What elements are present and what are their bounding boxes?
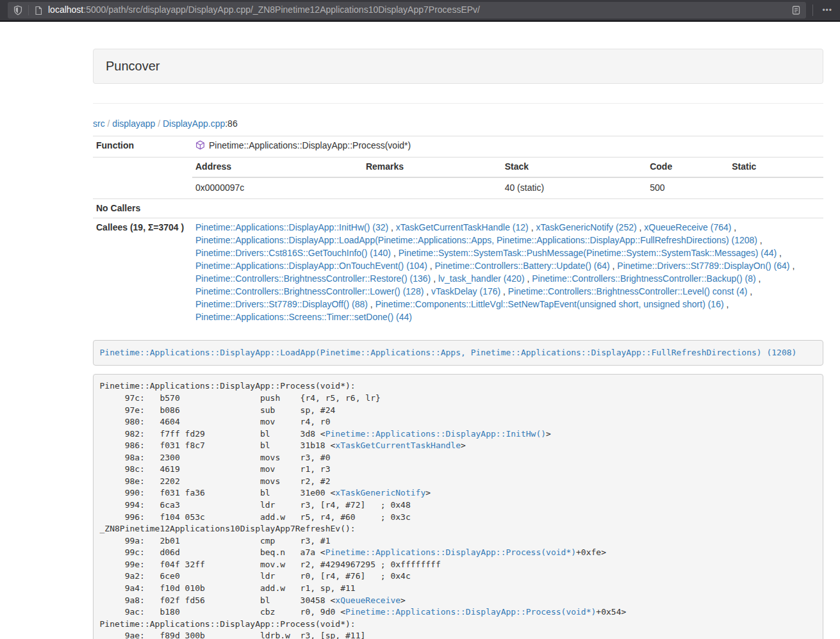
reader-mode-icon[interactable] <box>791 5 801 15</box>
function-row-label: Function <box>93 136 192 157</box>
callee-separator: , <box>525 273 532 284</box>
callee-link[interactable]: Pinetime::System::SystemTask::PushMessag… <box>399 248 777 258</box>
callee-link[interactable]: vTaskDelay (176) <box>431 286 500 296</box>
breadcrumb: src / displayapp / DisplayApp.cpp:86 <box>93 118 823 131</box>
callee-link[interactable]: Pinetime::Controllers::BrightnessControl… <box>195 286 424 296</box>
stats-col-stack: Stack <box>502 158 647 177</box>
disassembly-symbol-link[interactable]: Pinetime::Applications::DisplayApp::Init… <box>325 429 546 439</box>
callee-separator: , <box>790 261 795 271</box>
stats-value-row: 0x0000097c40 (static)500 <box>192 177 823 198</box>
page-identity-icon[interactable] <box>34 6 43 15</box>
stats-col-address: Address <box>192 158 363 177</box>
callee-link[interactable]: Pinetime::Applications::DisplayApp::Init… <box>195 222 388 232</box>
stats-value-stack: 40 (static) <box>502 177 647 198</box>
overflow-menu-button[interactable]: ••• <box>819 5 835 15</box>
breadcrumb-separator: / <box>105 118 113 129</box>
callees-list: Pinetime::Applications::DisplayApp::Init… <box>192 218 823 327</box>
callee-separator: , <box>391 248 399 258</box>
url-path: :5000/path/src/displayapp/DisplayApp.cpp… <box>83 4 480 15</box>
callee-link[interactable]: Pinetime::Drivers::St7789::DisplayOn() (… <box>617 261 789 271</box>
callee-link[interactable]: Pinetime::Components::LittleVgl::SetNewT… <box>375 299 724 309</box>
function-stats-row: AddressRemarksStackCodeStatic 0x0000097c… <box>93 157 823 198</box>
function-row: Function Pinetime::Applications::Display… <box>93 136 823 157</box>
callee-separator: , <box>777 248 782 258</box>
stats-value-static <box>729 177 823 198</box>
stats-value-code: 500 <box>646 177 729 198</box>
callee-link[interactable]: Pinetime::Controllers::BrightnessControl… <box>508 286 747 296</box>
callees-row: Callees (19, Σ=3704 ) Pinetime::Applicat… <box>93 218 823 327</box>
callee-link[interactable]: Pinetime::Controllers::Battery::Update()… <box>435 261 610 271</box>
callee-link[interactable]: Pinetime::Drivers::Cst816S::GetTouchInfo… <box>195 248 391 258</box>
stats-col-static: Static <box>729 158 823 177</box>
stats-value-address: 0x0000097c <box>192 177 363 198</box>
breadcrumb-link-src[interactable]: src <box>93 118 105 129</box>
disassembly-symbol-link[interactable]: xQueueReceive <box>335 595 400 605</box>
disassembly-symbol-link[interactable]: xTaskGenericNotify <box>335 488 425 497</box>
callee-separator: , <box>756 273 761 284</box>
callee-separator: , <box>388 222 396 232</box>
function-table: Function Pinetime::Applications::Display… <box>93 136 823 328</box>
callee-link[interactable]: xTaskGenericNotify (252) <box>536 222 636 232</box>
callee-separator: , <box>424 286 431 296</box>
url-text[interactable]: localhost:5000/path/src/displayapp/Displ… <box>48 4 791 17</box>
callee-separator: , <box>731 222 736 232</box>
callee-link[interactable]: xTaskGetCurrentTaskHandle (12) <box>396 222 529 232</box>
callee-link[interactable]: Pinetime::Controllers::BrightnessControl… <box>532 273 755 284</box>
breadcrumb-link-displayapp.cpp[interactable]: DisplayApp.cpp <box>163 118 225 129</box>
callee-link[interactable]: Pinetime::Controllers::BrightnessControl… <box>195 273 431 284</box>
highlighted-symbol-panel: Pinetime::Applications::DisplayApp::Load… <box>93 340 823 366</box>
callee-separator: , <box>610 261 618 271</box>
stats-header-row: AddressRemarksStackCodeStatic <box>192 158 823 177</box>
function-stats-table: AddressRemarksStackCodeStatic 0x0000097c… <box>192 158 823 198</box>
breadcrumb-separator: / <box>155 118 163 129</box>
disassembly-symbol-link[interactable]: Pinetime::Applications::DisplayApp::Proc… <box>325 547 576 557</box>
callee-separator: , <box>431 273 438 284</box>
callee-link[interactable]: Pinetime::Applications::DisplayApp::Load… <box>195 235 757 245</box>
callee-separator: , <box>529 222 536 232</box>
breadcrumb-link-displayapp[interactable]: displayapp <box>112 118 155 129</box>
callee-link[interactable]: xQueueReceive (764) <box>644 222 731 232</box>
package-icon <box>195 140 205 154</box>
app-title-link[interactable]: Puncover <box>106 59 160 73</box>
callee-separator: , <box>368 299 375 309</box>
callee-link[interactable]: lv_task_handler (420) <box>438 273 525 284</box>
disassembly-listing: Pinetime::Applications::DisplayApp::Proc… <box>93 374 823 639</box>
no-callers-row: No Callers <box>93 198 823 218</box>
stats-value-remarks <box>363 177 502 198</box>
no-callers-label: No Callers <box>93 198 192 218</box>
callee-link[interactable]: Pinetime::Applications::DisplayApp::OnTo… <box>195 261 427 271</box>
url-host: localhost <box>48 4 83 15</box>
stats-col-code: Code <box>646 158 729 177</box>
app-title-panel: Puncover <box>93 49 823 84</box>
disassembly-symbol-link[interactable]: xTaskGetCurrentTaskHandle <box>335 441 461 450</box>
toolbar-divider <box>812 4 813 16</box>
highlighted-symbol-link[interactable]: Pinetime::Applications::DisplayApp::Load… <box>100 348 797 357</box>
callees-label: Callees (19, Σ=3704 ) <box>93 218 192 327</box>
callee-separator: , <box>427 261 435 271</box>
browser-toolbar: localhost:5000/path/src/displayapp/Displ… <box>0 0 840 22</box>
disassembly-symbol-link[interactable]: Pinetime::Applications::DisplayApp::Proc… <box>345 607 596 617</box>
callee-separator: , <box>757 235 762 245</box>
callee-separator: , <box>724 299 729 309</box>
function-name: Pinetime::Applications::DisplayApp::Proc… <box>209 140 411 150</box>
url-bar[interactable]: localhost:5000/path/src/displayapp/Displ… <box>8 2 806 19</box>
callee-link[interactable]: Pinetime::Drivers::St7789::DisplayOff() … <box>195 299 368 309</box>
shield-icon[interactable] <box>13 5 23 15</box>
page-content: Puncover src / displayapp / DisplayApp.c… <box>93 49 823 639</box>
divider <box>93 103 823 104</box>
callee-separator: , <box>747 286 752 296</box>
stats-col-remarks: Remarks <box>363 158 502 177</box>
callee-link[interactable]: Pinetime::Applications::Screens::Timer::… <box>195 312 412 322</box>
callee-separator: , <box>637 222 645 232</box>
urlbar-divider <box>28 5 29 15</box>
breadcrumb-line-number: :86 <box>225 118 237 129</box>
callee-separator: , <box>500 286 508 296</box>
